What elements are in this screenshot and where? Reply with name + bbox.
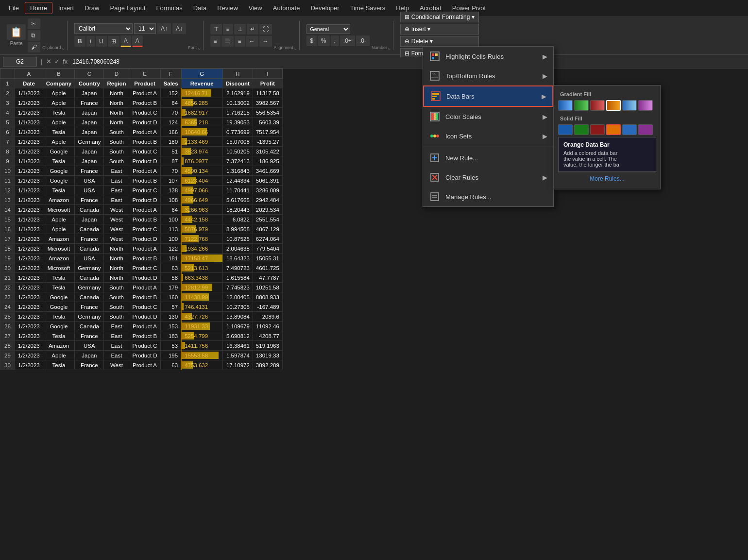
menu-review[interactable]: Review [212,2,243,14]
cell-r25-c4[interactable]: South [104,312,129,322]
cell-r9-c7[interactable]: 876.0977 [181,156,222,166]
col-header-e[interactable]: E [129,69,160,79]
swatch-pink-solid[interactable] [638,124,653,135]
cell-r29-c9[interactable]: 13019.33 [253,351,282,360]
cell-r9-c4[interactable]: South [104,156,129,166]
swatch-orange-gradient[interactable] [606,100,621,111]
cell-r16-c8[interactable]: 8.994508 [222,224,253,234]
cell-r20-c4[interactable]: North [104,263,129,273]
cell-r7-c8[interactable]: 15.07008 [222,137,253,147]
cell-r12-c8[interactable]: 11.70441 [222,186,253,195]
col-header-a[interactable]: A [15,69,43,79]
cell-r13-c5[interactable]: Product D [129,195,160,205]
cell-r22-c9[interactable]: 10251.58 [253,283,282,292]
cell-r5-c4[interactable]: North [104,118,129,127]
cell-r17-c5[interactable]: Product D [129,234,160,244]
cell-r24-c9[interactable]: -167.489 [253,302,282,312]
cell-r2-c2[interactable]: Apple [43,88,74,98]
underline-button[interactable]: U [96,36,107,47]
cell-r13-c4[interactable]: East [104,195,129,205]
cell-r27-c2[interactable]: Tesla [43,331,74,341]
cell-r28-c5[interactable]: Product C [129,341,160,351]
cell-r12-c2[interactable]: Tesla [43,186,74,195]
cell-r16-c5[interactable]: Product C [129,224,160,234]
cell-r7-c4[interactable]: South [104,137,129,147]
cell-r29-c7[interactable]: 15553.58 [181,351,222,360]
cell-r26-c3[interactable]: Canada [75,322,104,331]
cell-r9-c5[interactable]: Product D [129,156,160,166]
cell-r28-c6[interactable]: 53 [160,341,181,351]
cell-r23-c9[interactable]: 8808.933 [253,292,282,302]
cell-r22-c4[interactable]: South [104,283,129,292]
cell-r9-c6[interactable]: 87 [160,156,181,166]
cell-r27-c4[interactable]: East [104,331,129,341]
cell-r15-c1[interactable]: 1/1/2023 [15,215,43,224]
cell-r12-c3[interactable]: USA [75,186,104,195]
cell-r15-c5[interactable]: Product B [129,215,160,224]
col-header-g[interactable]: G [181,69,222,79]
cell-r9-c8[interactable]: 7.372413 [222,156,253,166]
cell-r30-c7[interactable]: 4753.632 [181,360,222,370]
menu-data[interactable]: Data [188,2,211,14]
cell-r14-c6[interactable]: 64 [160,205,181,215]
cell-r11-c6[interactable]: 107 [160,176,181,186]
cell-r19-c9[interactable]: 15055.31 [253,254,282,263]
cell-r21-c7[interactable]: 663.3438 [181,273,222,283]
cell-r27-c5[interactable]: Product B [129,331,160,341]
cf-color-scales-item[interactable]: Color Scales ▶ [423,107,553,126]
cell-r11-c2[interactable]: Google [43,176,74,186]
cell-r4-c1[interactable]: 1/1/2023 [15,108,43,118]
cell-r5-c8[interactable]: 19.39053 [222,118,253,127]
wrap-text-button[interactable]: ↵ [247,24,258,34]
cell-r10-c7[interactable]: 4590.134 [181,166,222,176]
cell-r6-c2[interactable]: Tesla [43,127,74,137]
cell-r24-c6[interactable]: 57 [160,302,181,312]
cell-r10-c1[interactable]: 1/1/2023 [15,166,43,176]
cell-r28-c8[interactable]: 16.38461 [222,341,253,351]
col-header-d[interactable]: D [104,69,129,79]
cell-r16-c1[interactable]: 1/1/2023 [15,224,43,234]
cell-r14-c1[interactable]: 1/1/2023 [15,205,43,215]
col-header-h[interactable]: H [222,69,253,79]
swatch-lightblue-gradient[interactable] [622,100,637,111]
cell-r23-c1[interactable]: 1/2/2023 [15,292,43,302]
cell-r5-c9[interactable]: 5603.39 [253,118,282,127]
cell-r19-c1[interactable]: 1/2/2023 [15,254,43,263]
cell-r22-c8[interactable]: 7.745823 [222,283,253,292]
cell-r5-c5[interactable]: Product D [129,118,160,127]
cell-r28-c4[interactable]: East [104,341,129,351]
cell-r25-c8[interactable]: 13.89084 [222,312,253,322]
cell-r17-c6[interactable]: 100 [160,234,181,244]
currency-button[interactable]: $ [306,35,317,46]
cell-r7-c1[interactable]: 1/1/2023 [15,137,43,147]
cell-r29-c5[interactable]: Product D [129,351,160,360]
cf-top-bottom-item[interactable]: 10 Top/Bottom Rules ▶ [423,66,553,85]
cell-r3-c8[interactable]: 10.13002 [222,98,253,108]
cell-r29-c2[interactable]: Apple [43,351,74,360]
cell-r2-c3[interactable]: Japan [75,88,104,98]
menu-automate[interactable]: Automate [268,2,305,14]
cell-r10-c2[interactable]: Google [43,166,74,176]
cell-r23-c6[interactable]: 160 [160,292,181,302]
cell-r3-c1[interactable]: 1/1/2023 [15,98,43,108]
cell-r18-c8[interactable]: 2.004638 [222,244,253,254]
menu-view[interactable]: View [244,2,267,14]
cell-r6-c9[interactable]: 7517.954 [253,127,282,137]
cell-r3-c9[interactable]: 3982.567 [253,98,282,108]
cell-r20-c3[interactable]: Germany [75,263,104,273]
cell-r28-c9[interactable]: 519.1963 [253,341,282,351]
cell-reference-input[interactable] [3,57,37,67]
cell-r13-c1[interactable]: 1/1/2023 [15,195,43,205]
cell-r4-c2[interactable]: Tesla [43,108,74,118]
swatch-blue-solid[interactable] [558,124,573,135]
cell-r27-c7[interactable]: 5254.799 [181,331,222,341]
cell-r20-c5[interactable]: Product C [129,263,160,273]
cell-r10-c5[interactable]: Product A [129,166,160,176]
cell-r27-c8[interactable]: 5.690812 [222,331,253,341]
cell-r18-c4[interactable]: North [104,244,129,254]
cell-r15-c2[interactable]: Apple [43,215,74,224]
cell-r25-c3[interactable]: Germany [75,312,104,322]
cell-r4-c4[interactable]: North [104,108,129,118]
align-bottom-button[interactable]: ⊥ [234,24,246,34]
cell-r5-c1[interactable]: 1/1/2023 [15,118,43,127]
